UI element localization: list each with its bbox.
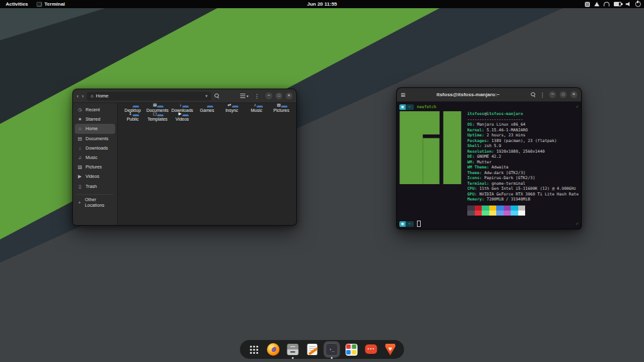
neofetch-info-line: Uptime: 2 hours, 23 mins bbox=[467, 133, 579, 138]
dock-item-files[interactable] bbox=[285, 341, 301, 358]
folder-item[interactable]: ▨ Pictures bbox=[269, 107, 293, 113]
app-grid-icon bbox=[249, 345, 258, 354]
terminal-body[interactable]: ▣ ~ neofetch ✓ itsfoss@itsfoss-manjaro -… bbox=[397, 102, 581, 229]
folder-emblem-icon: ♪ bbox=[254, 102, 256, 107]
sidebar-item[interactable]: ♫ Music bbox=[75, 153, 115, 162]
folder-item[interactable]: ↥ Public bbox=[121, 116, 145, 122]
activities-button[interactable]: Activities bbox=[6, 1, 28, 7]
prompt-status-ok: ✓ bbox=[576, 221, 579, 227]
sidebar-item[interactable]: ★ Starred bbox=[75, 114, 115, 124]
new-tab-icon[interactable]: ⊞ bbox=[401, 92, 406, 98]
neofetch-info-line: Theme: Adw-dark [GTK2/3] bbox=[467, 170, 579, 176]
folder-item[interactable]: ▶ Videos bbox=[170, 116, 194, 122]
dock-item-firefox[interactable] bbox=[265, 341, 282, 358]
search-icon[interactable] bbox=[531, 92, 536, 97]
minimize-button[interactable]: − bbox=[265, 92, 272, 99]
terminal-headerbar[interactable]: ⊞ itsfoss@itsfoss-manjaro:~ ⋮ − □ × bbox=[397, 88, 581, 102]
neofetch-info-line: Shell: zsh 5.9 bbox=[467, 143, 579, 149]
neofetch-info-line: DE: GNOME 42.2 bbox=[467, 154, 579, 160]
neofetch-info-line: CPU: 11th Gen Intel i5-11600K (12) @ 4.9… bbox=[467, 186, 579, 192]
sidebar-item[interactable]: ▯ Trash bbox=[75, 182, 115, 191]
sidebar-item[interactable]: ▨ Pictures bbox=[75, 162, 115, 172]
palette-block bbox=[489, 206, 497, 211]
folder-emblem-icon: ▶ bbox=[179, 111, 182, 116]
sidebar-item-label: Other Locations bbox=[85, 197, 113, 208]
neofetch-separator: ----------------------- bbox=[467, 117, 579, 123]
folder-item[interactable]: Desktop bbox=[121, 107, 145, 113]
terminal-flex-spacer bbox=[399, 216, 579, 221]
sidebar-item-label: Home bbox=[86, 126, 97, 131]
sidebar-item[interactable]: ↓ Downloads bbox=[75, 143, 115, 153]
folder-item[interactable]: ⇄ Insync bbox=[220, 107, 244, 113]
color-palette bbox=[467, 206, 579, 216]
prompt-os-icon: ▣ bbox=[399, 104, 406, 110]
focused-app-menu[interactable]: Terminal bbox=[36, 1, 65, 7]
text-editor-icon bbox=[308, 344, 318, 355]
running-indicator-dot bbox=[292, 357, 294, 359]
clock-button[interactable]: Jun 20 11:55 bbox=[307, 0, 337, 8]
neofetch-output: itsfoss@itsfoss-manjaro ----------------… bbox=[399, 111, 579, 216]
folder-item[interactable]: Games bbox=[195, 107, 219, 113]
neofetch-info-line: Memory: 7200MiB / 31940MiB bbox=[467, 197, 579, 202]
menu-kebab-icon[interactable]: ⋮ bbox=[254, 93, 260, 99]
palette-block bbox=[504, 206, 511, 211]
terminal-cursor bbox=[417, 221, 421, 227]
sidebar-item-other-locations[interactable]: + Other Locations bbox=[75, 198, 115, 207]
neofetch-info-line: Icons: Papirus-Dark [GTK2/3] bbox=[467, 175, 579, 181]
maximize-button[interactable]: □ bbox=[275, 92, 282, 99]
running-indicator-dot bbox=[331, 357, 333, 359]
neofetch-text: itsfoss@itsfoss-manjaro ----------------… bbox=[467, 111, 579, 216]
folder-item[interactable]: ↓ Downloads bbox=[170, 107, 194, 113]
sidebar-item-icon: ▯ bbox=[77, 184, 82, 189]
screencast-indicator-icon bbox=[585, 2, 590, 7]
forward-button[interactable]: › bbox=[82, 93, 84, 99]
sidebar-item-icon: ★ bbox=[77, 116, 82, 122]
power-icon bbox=[635, 1, 641, 7]
palette-block bbox=[496, 206, 504, 211]
sidebar-item[interactable]: ▤ Documents bbox=[75, 134, 115, 143]
sidebar-item[interactable]: ⌂ Home bbox=[75, 124, 115, 133]
sidebar-item[interactable]: ◷ Recent bbox=[75, 105, 115, 114]
plus-icon: + bbox=[77, 200, 82, 206]
sidebar-item[interactable]: ▶ Videos bbox=[75, 172, 115, 181]
dock-item-messaging[interactable] bbox=[363, 341, 379, 358]
system-tray[interactable] bbox=[585, 0, 641, 8]
search-icon[interactable] bbox=[214, 94, 219, 99]
brave-icon bbox=[385, 344, 396, 356]
neofetch-info-line: Packages: 1389 (pacman), 23 (flatpak) bbox=[467, 138, 579, 144]
files-headerbar[interactable]: ‹ › ⌂ Home ▾ ▾ ⋮ − □ × bbox=[73, 89, 296, 103]
folder-item[interactable]: ▢ Templates bbox=[145, 116, 169, 122]
path-bar[interactable]: ⌂ Home ▾ bbox=[87, 92, 211, 101]
folder-item[interactable]: ▤ Documents bbox=[145, 107, 169, 113]
folder-label: Downloads bbox=[170, 108, 194, 113]
dock-item-brave[interactable] bbox=[382, 341, 399, 358]
maximize-button[interactable]: □ bbox=[560, 91, 567, 98]
palette-block bbox=[467, 211, 475, 216]
neofetch-info-line: WM Theme: Adwaita bbox=[467, 165, 579, 170]
files-content: Desktop ▤ Documents ↓ Downloads bbox=[118, 103, 296, 225]
volume-icon bbox=[626, 2, 631, 6]
dock-item-terminal[interactable]: ›_ bbox=[324, 341, 340, 358]
menu-kebab-icon[interactable]: ⋮ bbox=[540, 92, 545, 98]
close-button[interactable]: × bbox=[570, 91, 577, 98]
sidebar-item-label: Videos bbox=[86, 173, 99, 179]
palette-block bbox=[489, 211, 497, 216]
folder-label: Public bbox=[121, 117, 145, 122]
sidebar-item-icon: ⌂ bbox=[77, 126, 82, 131]
minimize-button[interactable]: − bbox=[549, 91, 556, 98]
view-toggle-button[interactable]: ▾ bbox=[240, 94, 248, 98]
pathbar-menu-icon[interactable]: ▾ bbox=[205, 94, 208, 99]
sidebar-item-label: Pictures bbox=[86, 164, 102, 170]
folder-label: Games bbox=[195, 108, 219, 113]
path-label: Home bbox=[96, 93, 109, 99]
sidebar-item-label: Documents bbox=[86, 136, 108, 141]
close-button[interactable]: × bbox=[286, 92, 292, 99]
dock-item-software[interactable] bbox=[343, 341, 360, 358]
back-button[interactable]: ‹ bbox=[77, 93, 79, 99]
prompt-dir-segment: ~ bbox=[406, 221, 414, 227]
dock-item-text-editor[interactable] bbox=[304, 341, 321, 358]
folder-item[interactable]: ♪ Music bbox=[245, 107, 269, 113]
files-window: ‹ › ⌂ Home ▾ ▾ ⋮ − □ × ◷ Rec bbox=[72, 89, 297, 226]
dock-item-app-grid[interactable] bbox=[246, 341, 262, 358]
neofetch-info-line: GPU: NVIDIA GeForce RTX 3060 Ti Lite Has… bbox=[467, 192, 579, 197]
